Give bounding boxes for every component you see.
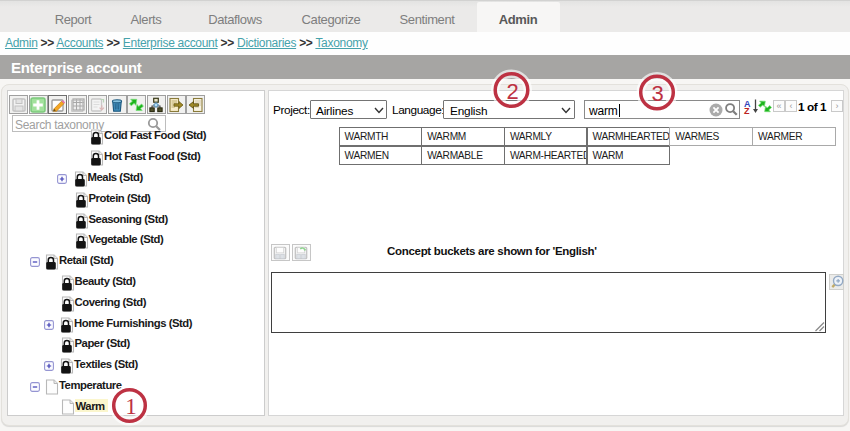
- svg-text:1: 1: [125, 394, 137, 419]
- svg-text:3: 3: [651, 81, 663, 106]
- svg-text:2: 2: [506, 79, 518, 104]
